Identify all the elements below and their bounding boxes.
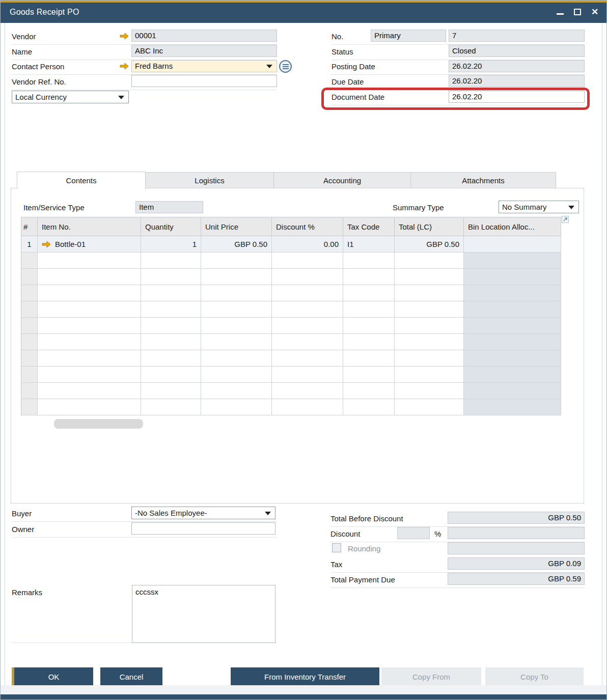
empty-cell[interactable] [343, 383, 395, 399]
col-header-total-lc[interactable]: Total (LC) [395, 217, 464, 236]
empty-cell[interactable] [201, 334, 272, 350]
empty-cell[interactable] [38, 367, 141, 383]
empty-cell[interactable] [38, 253, 141, 269]
empty-cell[interactable] [141, 253, 201, 269]
empty-cell[interactable] [21, 383, 38, 399]
empty-cell[interactable] [395, 285, 464, 301]
empty-cell[interactable] [272, 301, 343, 318]
table-row-empty[interactable] [21, 318, 561, 334]
empty-cell[interactable] [272, 269, 343, 285]
empty-cell[interactable] [464, 253, 561, 269]
empty-cell[interactable] [201, 318, 272, 334]
col-header-num[interactable]: # [21, 217, 38, 236]
empty-cell[interactable] [141, 399, 201, 415]
empty-cell[interactable] [464, 301, 561, 318]
empty-cell[interactable] [272, 334, 343, 350]
copy-from-button[interactable]: Copy From [381, 667, 481, 686]
table-row-empty[interactable] [21, 350, 561, 367]
series-field[interactable]: Primary [371, 30, 446, 42]
close-button[interactable]: ✕ [589, 6, 600, 17]
col-header-unit-price[interactable]: Unit Price [201, 217, 272, 236]
empty-cell[interactable] [201, 383, 272, 399]
empty-cell[interactable] [201, 269, 272, 285]
table-row-empty[interactable] [21, 399, 561, 415]
table-row-empty[interactable] [21, 367, 561, 383]
discount-cell[interactable]: 0.00 [272, 236, 343, 253]
discount-percent-input[interactable] [397, 527, 430, 539]
empty-cell[interactable] [38, 301, 141, 318]
owner-input[interactable] [131, 522, 275, 535]
ok-button[interactable]: OK [12, 667, 93, 686]
summary-type-dropdown[interactable]: No Summary [499, 201, 579, 213]
empty-cell[interactable] [201, 350, 272, 367]
empty-cell[interactable] [272, 367, 343, 383]
col-header-tax-code[interactable]: Tax Code [343, 217, 395, 236]
empty-cell[interactable] [38, 285, 141, 301]
tab-logistics[interactable]: Logistics [146, 172, 274, 188]
remarks-textarea[interactable]: cccssx [132, 585, 275, 643]
empty-cell[interactable] [201, 253, 272, 269]
cancel-button[interactable]: Cancel [100, 667, 162, 686]
empty-cell[interactable] [21, 334, 38, 350]
empty-cell[interactable] [21, 301, 38, 318]
document-date-field[interactable]: 26.02.20 [449, 91, 585, 103]
empty-cell[interactable] [464, 318, 561, 334]
empty-cell[interactable] [464, 334, 561, 350]
empty-cell[interactable] [343, 269, 395, 285]
empty-cell[interactable] [464, 367, 561, 383]
empty-cell[interactable] [272, 350, 343, 367]
empty-cell[interactable] [464, 269, 561, 285]
empty-cell[interactable] [395, 399, 464, 415]
empty-cell[interactable] [38, 334, 141, 350]
table-row-empty[interactable] [21, 334, 561, 350]
empty-cell[interactable] [141, 318, 201, 334]
empty-cell[interactable] [464, 350, 561, 367]
maximize-button[interactable] [572, 6, 583, 17]
chevron-down-icon[interactable] [266, 65, 272, 68]
unit-price-cell[interactable]: GBP 0.50 [201, 236, 272, 253]
minimize-button[interactable] [555, 6, 566, 17]
empty-cell[interactable] [395, 318, 464, 334]
empty-cell[interactable] [343, 334, 395, 350]
empty-cell[interactable] [141, 367, 201, 383]
buyer-dropdown[interactable]: -No Sales Employee- [131, 507, 275, 519]
copy-to-button[interactable]: Copy To [485, 667, 584, 686]
posting-date-field[interactable]: 26.02.20 [449, 60, 585, 72]
link-arrow-icon[interactable] [120, 63, 129, 70]
empty-cell[interactable] [272, 399, 343, 415]
bin-location-cell[interactable] [464, 236, 561, 253]
empty-cell[interactable] [272, 285, 343, 301]
empty-cell[interactable] [343, 350, 395, 367]
empty-cell[interactable] [141, 285, 201, 301]
tab-attachments[interactable]: Attachments [411, 172, 556, 188]
empty-cell[interactable] [21, 269, 38, 285]
from-inventory-transfer-button[interactable]: From Inventory Transfer [231, 667, 379, 686]
empty-cell[interactable] [464, 399, 561, 415]
empty-cell[interactable] [38, 399, 141, 415]
empty-cell[interactable] [201, 399, 272, 415]
tab-contents[interactable]: Contents [17, 172, 146, 189]
expand-table-icon[interactable] [562, 216, 569, 223]
empty-cell[interactable] [21, 285, 38, 301]
empty-cell[interactable] [141, 301, 201, 318]
empty-cell[interactable] [201, 367, 272, 383]
empty-cell[interactable] [272, 383, 343, 399]
empty-cell[interactable] [21, 367, 38, 383]
empty-cell[interactable] [38, 383, 141, 399]
empty-cell[interactable] [343, 367, 395, 383]
item-no-cell[interactable]: Bottle-01 [38, 236, 141, 253]
total-lc-cell[interactable]: GBP 0.50 [395, 236, 464, 253]
col-header-quantity[interactable]: Quantity [141, 217, 201, 236]
empty-cell[interactable] [395, 253, 464, 269]
table-row-empty[interactable] [21, 383, 561, 399]
rounding-checkbox[interactable] [332, 543, 341, 552]
currency-dropdown[interactable]: Local Currency [12, 91, 129, 103]
empty-cell[interactable] [343, 285, 395, 301]
empty-cell[interactable] [272, 318, 343, 334]
empty-cell[interactable] [201, 285, 272, 301]
empty-cell[interactable] [464, 383, 561, 399]
table-row-empty[interactable] [21, 301, 561, 318]
vendor-field[interactable]: 00001 [131, 30, 277, 42]
empty-cell[interactable] [21, 350, 38, 367]
table-row-empty[interactable] [21, 285, 561, 301]
